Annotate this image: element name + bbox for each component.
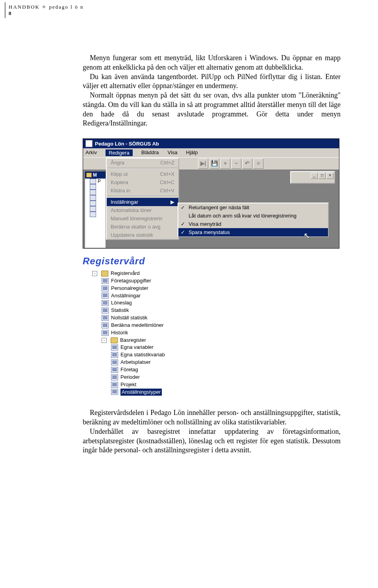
toolbar-minus-icon[interactable]: − [231, 159, 241, 169]
minimize-icon[interactable]: _ [311, 173, 318, 179]
tree-item[interactable]: Arbetsplatser [83, 359, 182, 366]
doc-icon [90, 184, 96, 190]
close-icon[interactable]: × [326, 173, 334, 179]
paragraph-3: Normalt öppnas menyn på det sätt du ser … [83, 91, 341, 128]
paragraph-2: Du kan även använda tangentbordet. PilUp… [83, 72, 341, 91]
submenu-item[interactable]: ✓Visa menyträd [178, 220, 328, 228]
tree-label: Basregister [120, 337, 146, 344]
toolbar-next-icon[interactable]: ▶| [198, 159, 208, 169]
tree-item[interactable]: Historik [83, 329, 182, 337]
menu-item[interactable]: Uppdatera statistik [107, 231, 178, 239]
screenshot-menu: Pedago Lön - SÖRGUS Ab Arkiv Redigera Bl… [83, 138, 339, 249]
tree-item[interactable]: Egna statistikvariab [83, 351, 182, 359]
section-title-registervard: Registervård [83, 256, 341, 267]
expand-icon[interactable]: - [92, 271, 97, 276]
doc-icon [102, 330, 109, 336]
doc-icon [102, 293, 109, 299]
header-page-number: 8 [9, 10, 87, 17]
doc-icon [111, 345, 118, 350]
window-titlebar: Pedago Lön - SÖRGUS Ab [83, 139, 339, 148]
cursor-icon: ↖ [304, 231, 310, 240]
toolbar-undo-icon[interactable]: ↶ [242, 159, 252, 169]
tree-label: Personalregister [111, 285, 148, 292]
doc-icon [111, 367, 118, 373]
tree-label: Nollställ statistik [111, 314, 147, 322]
tree-item[interactable]: Anställningar [83, 292, 182, 300]
doc-icon [90, 190, 96, 195]
page-header: HANDBOK ✧ pedago l ö n 8 [5, 2, 87, 18]
menu-item[interactable]: ÅngraCtrl+Z [107, 159, 178, 167]
doc-icon [90, 201, 96, 206]
tree-item[interactable]: Företagsuppgifter [83, 277, 182, 285]
toolbar-save-icon[interactable]: 💾 [209, 159, 219, 169]
tree-folder[interactable]: -Registervård [83, 270, 182, 277]
tree-item[interactable]: Perioder [83, 374, 182, 381]
window-title: Pedago Lön - SÖRGUS Ab [95, 141, 159, 147]
toolbar-list-icon[interactable]: ≡ [253, 159, 263, 169]
tree-label: Anställningar [111, 292, 141, 300]
menu-visa[interactable]: Visa [167, 149, 177, 156]
header-title: HANDBOK ✧ pedago l ö n [9, 4, 87, 10]
menu-item[interactable]: Inställningar▶ [107, 198, 178, 206]
tree-folder[interactable]: -Basregister [83, 337, 182, 344]
menu-bladdra[interactable]: Bläddra [141, 149, 159, 156]
menu-item[interactable]: Beräkna skatter o avg [107, 223, 178, 231]
doc-icon [111, 359, 118, 365]
window-client-area: ▶| 💾 + − ↶ ≡ M P _ [83, 158, 339, 248]
tree-item[interactable]: Egna variabler [83, 344, 182, 351]
app-icon [85, 140, 93, 147]
menu-hjalp[interactable]: Hjälp [186, 149, 198, 156]
tree-item[interactable]: Nollställ statistik [83, 314, 182, 322]
tree-label: Företag [120, 366, 138, 374]
tree-label: Beräkna medeltimlöner [111, 322, 164, 329]
menubar[interactable]: Arkiv Redigera Bläddra Visa Hjälp [83, 148, 339, 158]
doc-icon [111, 374, 118, 380]
doc-icon [102, 278, 109, 284]
tree-label: Statistik [111, 307, 129, 314]
menu-item[interactable]: KopieraCtrl+C [107, 178, 178, 186]
doc-icon [90, 206, 96, 212]
paragraph-1: Menyn fungerar som ett menyträd, likt Ut… [83, 53, 341, 72]
menu-redigera[interactable]: Redigera [106, 149, 133, 156]
maximize-icon[interactable]: □ [319, 173, 326, 179]
tree-item[interactable]: Anställningstyper [83, 389, 182, 396]
side-tree-title: M [85, 171, 106, 179]
paragraph-5: Underhållet av basregistret innefattar u… [83, 427, 341, 455]
tree-item[interactable]: Personalregister [83, 285, 182, 292]
menu-item[interactable]: Klipp utCtrl+X [107, 170, 178, 178]
tree-item[interactable]: Projekt [83, 381, 182, 389]
tree-label: Egna statistikvariab [120, 351, 165, 359]
folder-icon [101, 271, 108, 276]
redigera-dropdown[interactable]: ÅngraCtrl+ZKlipp utCtrl+XKopieraCtrl+CKl… [106, 158, 179, 240]
menu-item[interactable]: Manuell löneregistrerin [107, 214, 178, 223]
doc-icon [102, 300, 109, 306]
tree-label: Registervård [111, 270, 140, 277]
tree-label: Anställningstyper [120, 389, 162, 396]
menu-item[interactable]: Klistra inCtrl+V [107, 186, 178, 195]
screenshot-tree: -RegistervårdFöretagsuppgifterPersonalre… [83, 268, 183, 396]
doc-icon [90, 179, 96, 184]
menu-arkiv[interactable]: Arkiv [85, 149, 97, 156]
tree-item[interactable]: Företag [83, 366, 182, 374]
submenu-item[interactable]: Låt datum och anm stå kvar vid löneregis… [178, 212, 328, 220]
tree-label: Historik [111, 329, 128, 337]
doc-icon [102, 286, 109, 291]
menu-item[interactable]: Automatiska löner [107, 206, 178, 214]
doc-icon [111, 382, 118, 388]
expand-icon[interactable]: - [102, 338, 107, 343]
toolbar-plus-icon[interactable]: + [220, 159, 230, 169]
folder-icon [86, 173, 92, 177]
doc-icon [102, 308, 109, 313]
tree-item[interactable]: Löneslag [83, 299, 182, 307]
doc-icon [90, 195, 96, 201]
tree-item[interactable]: Statistik [83, 307, 182, 314]
tree-item[interactable]: Beräkna medeltimlöner [83, 322, 182, 329]
child-window: _ □ × [290, 171, 335, 184]
tree-label: Företagsuppgifter [111, 277, 151, 285]
doc-icon [111, 389, 118, 395]
side-tree-panel: M P [85, 171, 106, 248]
tree-label: Egna variabler [120, 344, 154, 351]
doc-icon [102, 315, 109, 321]
paragraph-4: Registervårdsdelen i Pedago Lön innehåll… [83, 408, 341, 427]
submenu-item[interactable]: ✓Returtangent ger nästa fält [178, 203, 328, 212]
